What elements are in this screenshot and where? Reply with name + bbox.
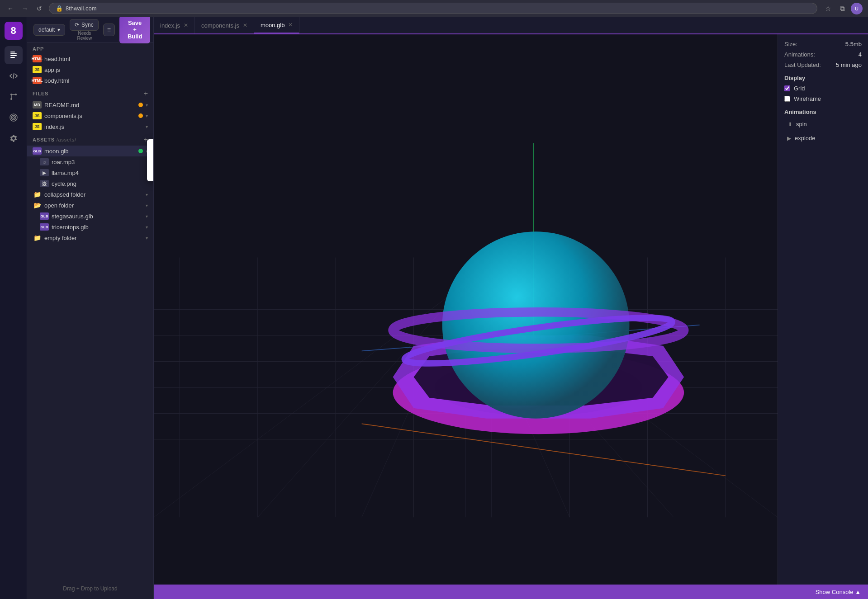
lock-icon: 🔒 [56,5,63,12]
branch-button[interactable]: default ▾ [33,24,65,36]
grid-checkbox-row[interactable]: Grid [784,85,862,92]
reload-button[interactable]: ↺ [34,4,44,14]
assets-section-header: ASSETS /assets/ + [27,132,153,146]
wireframe-checkbox-row[interactable]: Wireframe [784,95,862,102]
file-item-moon-glb[interactable]: GLB moon.glb ▾ [27,146,153,156]
file-tree: APP HTML head.html JS app.js HTML body.h… [27,42,153,599]
mp4-icon: ▶ [40,169,49,176]
download-menu-item[interactable]: Download [147,153,153,167]
needs-review-text: Needs Review [71,31,99,41]
sync-icon: ⟳ [75,22,79,28]
add-file-button[interactable]: + [144,90,148,98]
close-tab-button[interactable]: ✕ [184,23,188,28]
back-button[interactable]: ← [5,4,15,14]
md-icon: MD [33,101,42,108]
file-item-open-folder[interactable]: 📂 open folder ▾ [27,200,153,211]
close-tab-button[interactable]: ✕ [288,22,293,28]
tab-label: components.js [201,22,239,29]
settings-rail-button[interactable] [5,129,23,147]
svg-rect-3 [10,57,15,58]
close-tab-button[interactable]: ✕ [243,23,247,28]
file-item-components-js[interactable]: JS components.js ▾ [27,110,153,121]
chevron-icon: ▾ [146,103,148,108]
svg-rect-2 [10,55,17,56]
main-area: index.js ✕ components.js ✕ moon.glb ✕ [154,17,868,599]
anim-spin-row[interactable]: ⏸ spin [784,119,862,129]
file-item-roar-mp3[interactable]: ♫ roar.mp3 [27,156,153,167]
pause-icon: ⏸ [787,121,792,127]
tab-components-js[interactable]: components.js ✕ [195,17,254,33]
status-badge [138,113,143,118]
file-item-empty-folder[interactable]: 📁 empty folder ▾ [27,232,153,243]
svg-point-6 [15,94,17,95]
file-item-collapsed-folder[interactable]: 📁 collapsed folder ▾ [27,189,153,200]
tab-index-js[interactable]: index.js ✕ [154,17,195,33]
file-name: components.js [44,113,136,119]
save-build-button[interactable]: Save + Build [119,17,151,43]
js-icon: JS [33,112,42,119]
chevron-icon: ▾ [146,113,148,118]
glb-icon: GLB [40,212,49,220]
browser-chrome: ← → ↺ 🔒 8thwall.com ☆ ⧉ U [0,0,868,17]
folder-name: empty folder [44,235,143,241]
sync-button[interactable]: ⟳ Sync [70,19,99,31]
file-item-readme[interactable]: MD README.md ▾ [27,99,153,110]
tab-moon-glb[interactable]: moon.glb ✕ [254,17,299,33]
rename-menu-item[interactable]: Rename [147,139,153,153]
size-label: Size: [784,41,797,47]
folder-icon: 📁 [33,191,42,198]
file-name: app.js [44,66,148,73]
file-item-cycle-png[interactable]: 🖼 cycle.png [27,178,153,189]
file-item-body-html[interactable]: HTML body.html [27,75,153,86]
url-text: 8thwall.com [66,5,97,12]
star-button[interactable]: ☆ [822,3,834,14]
anim-explode-row[interactable]: ▶ explode [784,133,862,143]
app-top-bar: default ▾ ⟳ Sync Needs Review ≡ Save + B… [27,17,153,42]
url-bar[interactable]: 🔒 8thwall.com [49,3,817,14]
svg-point-9 [11,115,16,120]
logo-button[interactable]: 8 [5,22,23,40]
file-item-app-js[interactable]: JS app.js [27,64,153,75]
browser-actions: ☆ ⧉ U [822,3,863,14]
files-rail-button[interactable] [5,46,23,64]
target-rail-button[interactable] [5,108,23,127]
html-icon: HTML [33,77,42,84]
chevron-icon: ▾ [146,214,148,219]
icon-rail: 8 [0,17,27,599]
play-icon: ▶ [787,135,791,141]
html-icon: HTML [33,55,42,62]
grid-checkbox[interactable] [784,85,790,91]
viewport-3d[interactable] [154,34,778,585]
display-section: Display [784,75,862,81]
wireframe-label: Wireframe [794,95,821,102]
assets-section-label: ASSETS /assets/ [33,137,76,142]
avatar[interactable]: U [851,3,863,14]
git-rail-button[interactable] [5,88,23,106]
menu-button[interactable]: ≡ [103,24,115,36]
delete-menu-item[interactable]: Delete [147,167,153,181]
animations-count-row: Animations: 4 [784,51,862,58]
app-section-label: APP [33,46,44,52]
js-icon: JS [33,66,42,73]
extensions-button[interactable]: ⧉ [836,3,848,14]
animations-label: Animations: [784,51,815,58]
wireframe-checkbox[interactable] [784,96,790,102]
upload-zone[interactable]: Drag + Drop to Upload [27,578,153,599]
file-item-stegasaurus-glb[interactable]: GLB stegasaurus.glb ▾ [27,211,153,222]
js-icon: JS [33,123,42,130]
glb-icon: GLB [40,223,49,231]
file-item-head-html[interactable]: HTML head.html [27,53,153,64]
chevron-icon: ▾ [146,124,148,129]
show-console-button[interactable]: Show Console ▲ [816,589,861,595]
file-name: tricerotops.glb [52,224,143,231]
chevron-icon: ▾ [146,236,148,241]
file-name: body.html [44,77,148,84]
updated-value: 5 min ago [836,61,862,68]
animations-section: Animations [784,108,862,115]
code-rail-button[interactable] [5,67,23,85]
context-menu: Rename Download Delete [147,139,153,181]
file-item-llama-mp4[interactable]: ▶ llama.mp4 [27,167,153,178]
file-item-index-js[interactable]: JS index.js ▾ [27,121,153,132]
file-item-tricerotops-glb[interactable]: GLB tricerotops.glb ▾ [27,222,153,232]
forward-button[interactable]: → [20,4,30,14]
